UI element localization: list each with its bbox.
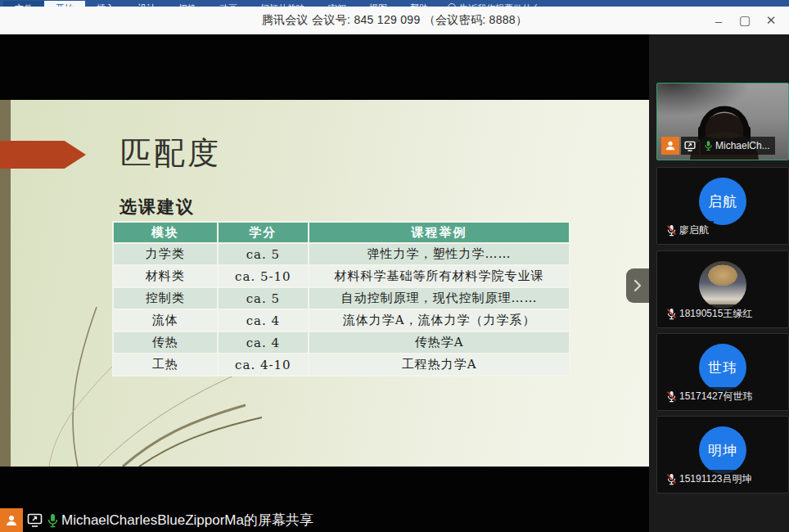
avatar-image	[699, 261, 746, 309]
participant-name: 廖启航	[679, 223, 709, 237]
participants-sidebar: MichaelCh... 启航 廖启航	[649, 34, 789, 532]
microphone-on-icon	[47, 513, 59, 528]
participant-name: 15191123吕明坤	[679, 472, 752, 486]
avatar: 世玮	[699, 344, 746, 391]
maximize-button[interactable]: ▢	[732, 7, 758, 34]
table-header-row: 模块 学分 课程举例	[114, 223, 569, 242]
table-row: 控制类 ca. 5 自动控制原理，现代控制原理……	[114, 288, 569, 309]
participant-tile[interactable]: 世玮 15171427何世玮	[656, 333, 789, 411]
slide-subtitle: 选课建议	[119, 196, 195, 219]
microphone-muted-icon	[666, 473, 677, 485]
course-recommendation-table: 模块 学分 课程举例 力学类 ca. 5 弹性力学，塑性力学…… 材料类 ca.…	[112, 221, 570, 376]
col-header-examples: 课程举例	[309, 223, 569, 242]
table-row: 力学类 ca. 5 弹性力学，塑性力学……	[114, 244, 569, 264]
table-row: 工热 ca. 4-10 工程热力学A	[114, 354, 569, 375]
presentation-slide: 匹配度 选课建议 模块 学分 课程举例 力学类 ca. 5 弹性力学，塑性力学……	[0, 100, 649, 467]
meeting-window: 文件 开始 插入 设计 切换 动画 幻灯片放映 审阅 视图 帮助 告诉我你想要做…	[0, 0, 789, 532]
table-row: 流体 ca. 4 流体力学A，流体力学（力学系）	[114, 310, 569, 331]
meeting-titlebar: 腾讯会议 会议号: 845 129 099 （会议密码: 8888） – ▢ ✕	[0, 7, 789, 35]
sidebar-collapse-handle[interactable]	[626, 268, 649, 303]
screen-share-icon	[27, 513, 43, 527]
microphone-muted-icon	[666, 224, 677, 237]
participant-tile[interactable]: 18190515王缘红	[656, 250, 789, 328]
microphone-muted-icon	[666, 308, 677, 320]
participant-name: 18190515王缘红	[679, 307, 752, 321]
red-arrow-shape	[0, 141, 86, 169]
avatar: 明坤	[699, 426, 746, 474]
close-button[interactable]: ✕	[758, 7, 784, 34]
table-row: 材料类 ca. 5-10 材料科学基础等所有材料学院专业课	[114, 266, 569, 286]
col-header-credits: 学分	[219, 223, 309, 242]
microphone-muted-icon	[666, 390, 677, 403]
table-row: 传热 ca. 4 传热学A	[114, 332, 569, 353]
participant-tile[interactable]: 启航 廖启航	[656, 167, 789, 245]
sharer-person-icon	[0, 508, 23, 532]
chevron-right-icon	[633, 279, 642, 292]
participant-name: 15171427何世玮	[679, 390, 752, 404]
screen-share-status: MichaelCharlesBlueZipporMa的屏幕共享	[0, 508, 313, 532]
shared-screen-area: 匹配度 选课建议 模块 学分 课程举例 力学类 ca. 5 弹性力学，塑性力学……	[0, 34, 649, 532]
avatar: 启航	[699, 178, 746, 225]
col-header-module: 模块	[114, 223, 217, 242]
minimize-button[interactable]: –	[706, 7, 732, 34]
host-person-icon	[661, 137, 679, 155]
sharing-indicator-icon	[681, 137, 699, 155]
slide-title: 匹配度	[120, 133, 221, 174]
meeting-title: 腾讯会议 会议号: 845 129 099 （会议密码: 8888）	[0, 13, 789, 28]
participant-tile[interactable]: 明坤 15191123吕明坤	[656, 416, 789, 494]
participant-name: MichaelCh...	[715, 140, 770, 151]
screen-share-label: MichaelCharlesBlueZipporMa的屏幕共享	[61, 511, 313, 530]
microphone-on-icon	[704, 140, 713, 151]
participant-tile-video[interactable]: MichaelCh...	[656, 83, 789, 160]
